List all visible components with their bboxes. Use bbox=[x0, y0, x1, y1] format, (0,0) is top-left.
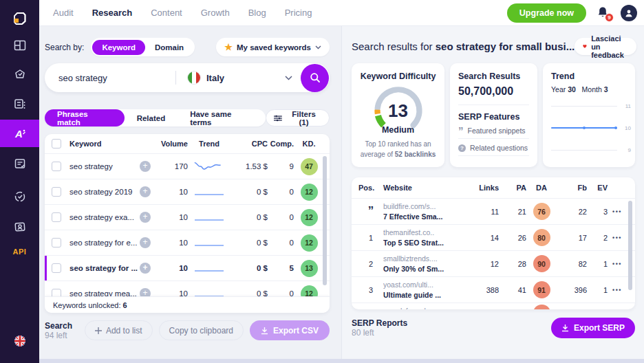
add-keyword-icon[interactable]: + bbox=[140, 161, 151, 172]
search-by-domain-option[interactable]: Domain bbox=[145, 40, 193, 55]
nav-item-audit[interactable]: Audit bbox=[53, 8, 74, 18]
add-to-list-label: Add to list bbox=[106, 326, 142, 336]
tab-phrases-match[interactable]: Phrases match bbox=[45, 109, 125, 126]
keyword-research-panel: Search by: Keyword Domain ★ My saved key… bbox=[39, 26, 341, 359]
col-ev[interactable]: EV bbox=[587, 184, 608, 192]
col-fb[interactable]: Fb bbox=[557, 184, 587, 192]
svg-text:A: A bbox=[14, 128, 23, 140]
site-url[interactable]: smallbiztrends.... bbox=[383, 254, 438, 263]
row-checkbox[interactable] bbox=[52, 212, 61, 222]
position-value: 2 bbox=[358, 260, 383, 268]
keyword-results-table: Keyword Volume Trend CPC Comp. KD. seo s… bbox=[45, 134, 330, 313]
keyword-search-input[interactable] bbox=[58, 73, 175, 83]
col-pa[interactable]: PA bbox=[499, 184, 526, 192]
col-kd[interactable]: KD. bbox=[294, 140, 324, 148]
feedback-button[interactable]: Lasciaci un feedback bbox=[575, 38, 636, 55]
serp-feature-item[interactable]: ” Featured snippets bbox=[458, 122, 529, 139]
nav-item-pricing[interactable]: Pricing bbox=[285, 8, 312, 18]
nav-item-blog[interactable]: Blog bbox=[248, 8, 266, 18]
add-keyword-icon[interactable]: + bbox=[140, 212, 151, 223]
keyword-text[interactable]: seo strategy for e... bbox=[69, 239, 137, 247]
col-comp[interactable]: Comp. bbox=[268, 140, 294, 148]
table-scrollbar[interactable] bbox=[323, 156, 327, 285]
app-logo-icon[interactable] bbox=[0, 6, 39, 30]
keyword-text[interactable]: seo strategy 2019 bbox=[69, 188, 132, 196]
keyword-text[interactable]: seo strategy for ... bbox=[69, 264, 138, 272]
row-menu-button[interactable]: ••• bbox=[608, 234, 627, 241]
add-keyword-icon[interactable]: + bbox=[140, 237, 151, 248]
serp-row[interactable]: 2 smallbiztrends....Only 30% of Sm... 12… bbox=[352, 250, 635, 276]
table-row[interactable]: seo strategy exa...+ 10 0 $ 0 12 bbox=[45, 204, 330, 230]
col-keyword[interactable]: Keyword bbox=[69, 140, 158, 148]
site-title[interactable]: 7 Effective Sma... bbox=[383, 212, 442, 221]
sidebar-item-dashboard[interactable] bbox=[0, 33, 39, 58]
col-links[interactable]: Links bbox=[470, 184, 499, 192]
add-keyword-icon[interactable]: + bbox=[140, 263, 151, 274]
site-title[interactable]: Ultimate guide ... bbox=[383, 291, 441, 299]
col-pos[interactable]: Pos. bbox=[358, 184, 383, 192]
upgrade-now-button[interactable]: Upgrade now bbox=[507, 3, 586, 23]
row-menu-button[interactable]: ••• bbox=[608, 287, 627, 294]
table-row[interactable]: seo strategy 2019+ 10 0 $ 0 12 bbox=[45, 179, 330, 204]
filters-button[interactable]: Filters (1) bbox=[266, 109, 330, 126]
site-url[interactable]: buildfire.com/s... bbox=[383, 202, 436, 210]
row-menu-button[interactable]: ••• bbox=[608, 261, 627, 267]
chevron-down-icon[interactable] bbox=[285, 76, 292, 80]
add-keyword-icon[interactable]: + bbox=[140, 186, 151, 197]
col-website[interactable]: Website bbox=[383, 184, 470, 192]
user-avatar[interactable] bbox=[621, 5, 637, 21]
search-by-keyword-option[interactable]: Keyword bbox=[92, 40, 145, 55]
select-all-checkbox[interactable] bbox=[52, 139, 61, 148]
country-selector[interactable]: Italy bbox=[206, 73, 224, 83]
serp-row[interactable]: 3 yoast.com/ulti...Ultimate guide ... 38… bbox=[352, 276, 635, 302]
sidebar-item-projects[interactable] bbox=[0, 91, 39, 116]
site-title[interactable]: Top 5 SEO Strat... bbox=[383, 239, 444, 247]
sidebar-item-reports[interactable] bbox=[0, 151, 39, 176]
table-row[interactable]: seo strategy for e...+ 10 0 $ 0 12 bbox=[45, 230, 330, 255]
col-cpc[interactable]: CPC bbox=[230, 140, 268, 148]
sidebar-item-keyword-research[interactable]: A bbox=[0, 120, 39, 147]
nav-item-research[interactable]: Research bbox=[92, 8, 133, 18]
add-to-list-button[interactable]: Add to list bbox=[85, 320, 153, 340]
saved-keywords-dropdown[interactable]: ★ My saved keywords bbox=[216, 38, 330, 56]
row-menu-button[interactable]: ••• bbox=[608, 208, 627, 215]
col-trend[interactable]: Trend bbox=[188, 140, 230, 148]
keyword-text[interactable]: seo strategy bbox=[69, 162, 113, 170]
export-csv-button[interactable]: Export CSV bbox=[250, 320, 330, 340]
tab-have-same-terms[interactable]: Have same terms bbox=[178, 109, 266, 126]
row-checkbox[interactable] bbox=[52, 162, 61, 171]
notifications-bell-icon[interactable]: 9 bbox=[596, 6, 611, 21]
keyword-text[interactable]: seo strategy exa... bbox=[69, 213, 134, 221]
language-switcher-uk-flag-icon[interactable] bbox=[0, 329, 39, 353]
sidebar-item-rank-tracker[interactable] bbox=[0, 184, 39, 209]
row-checkbox[interactable] bbox=[52, 263, 61, 273]
copy-to-clipboard-button[interactable]: Copy to clipboard bbox=[159, 320, 244, 340]
col-volume[interactable]: Volume bbox=[158, 140, 188, 148]
row-checkbox[interactable] bbox=[52, 187, 61, 197]
nav-item-content[interactable]: Content bbox=[151, 8, 182, 18]
site-url[interactable]: yoast.com/ulti... bbox=[383, 280, 433, 289]
sidebar-item-site-audit[interactable] bbox=[0, 62, 39, 87]
links-value: 388 bbox=[470, 286, 499, 294]
tab-related[interactable]: Related bbox=[125, 109, 178, 126]
serp-row[interactable]: 1 themanifest.co..Top 5 SEO Strat... 14 … bbox=[352, 224, 635, 250]
export-serp-button[interactable]: Export SERP bbox=[551, 318, 635, 338]
table-row[interactable]: seo strategy+ 170 1.53 $ 9 47 bbox=[45, 153, 330, 179]
sidebar-item-api[interactable]: API bbox=[0, 239, 39, 264]
nav-item-growth[interactable]: Growth bbox=[201, 8, 230, 18]
feature-label: Related questions bbox=[470, 144, 528, 152]
serp-table-scrollbar[interactable] bbox=[628, 201, 632, 290]
col-da[interactable]: DA bbox=[526, 184, 557, 192]
site-url[interactable]: themanifest.co.. bbox=[383, 228, 434, 236]
sidebar-item-team[interactable] bbox=[0, 214, 39, 239]
search-credits: Search 94 left bbox=[45, 321, 72, 340]
row-checkbox[interactable] bbox=[52, 238, 61, 248]
serp-row[interactable]: ” buildfire.com/s...7 Effective Sma... 1… bbox=[352, 198, 635, 224]
site-title[interactable]: Only 30% of Sm... bbox=[383, 265, 444, 273]
trend-summary: Year 30 Month 3 bbox=[551, 85, 635, 94]
search-button[interactable] bbox=[301, 64, 329, 92]
serp-row-partial[interactable]: www.lyfemarke... bbox=[352, 302, 635, 309]
table-row-selected[interactable]: seo strategy for ...+ 10 0 $ 5 13 bbox=[45, 255, 330, 280]
site-url[interactable]: www.lyfemarke... bbox=[383, 307, 438, 309]
serp-feature-item[interactable]: ? Related questions bbox=[458, 139, 529, 156]
